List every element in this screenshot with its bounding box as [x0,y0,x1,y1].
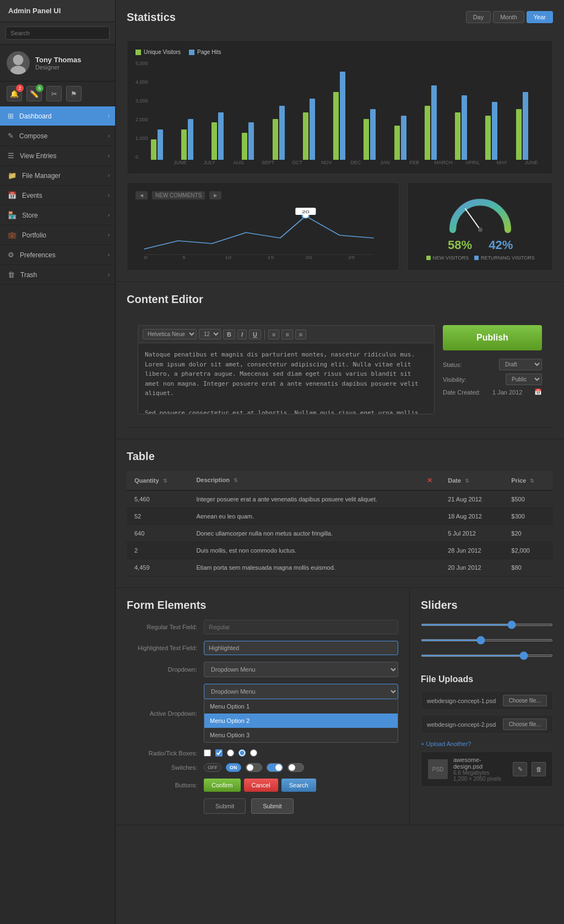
edit-icon-btn[interactable]: ✏️6 [26,86,42,101]
editor-toolbar: Helvetica Neue 12 B I U ≡ ≡ ≡ [138,325,435,343]
delete-icon[interactable]: ✕ [427,477,432,484]
cancel-button[interactable]: Cancel [244,779,278,792]
radio-3 [250,749,257,757]
switch-off[interactable]: OFF [204,763,221,772]
sidebar-item-dashboard[interactable]: ⊞ Dashboard › [0,106,115,126]
col-price[interactable]: Price ⇅ [503,471,553,490]
upload-another-btn[interactable]: + Upload Another? [421,736,553,752]
x-label: NOV [313,160,339,165]
sidebar-item-preferences[interactable]: ⚙ Preferences › [0,245,115,265]
radio-input-1[interactable] [227,749,234,757]
menu-option-3[interactable]: Menu Option 3 [204,728,398,742]
radio-input-3[interactable] [250,749,257,757]
gauge-legend: NEW VISITORS RETURNING VISITORS [426,255,535,261]
col-date[interactable]: Date ⇅ [440,471,503,490]
comments-prev-btn[interactable]: ◄ [135,191,148,199]
editor-title: Content Editor [127,293,553,306]
choose-file-btn-1[interactable]: Choose file... [503,695,547,706]
period-year-btn[interactable]: Year [527,11,553,23]
sidebar-item-file-manager[interactable]: 📁 File Manager › [0,166,115,186]
date-row: Date Created: 1 Jan 2012 📅 [443,388,542,396]
bar-group [151,129,179,160]
font-select[interactable]: Helvetica Neue [143,329,197,339]
sidebar-item-store[interactable]: 🏪 Store › [0,206,115,225]
file-thumbnail: PSD [428,759,448,779]
publish-button[interactable]: Publish [443,325,542,350]
x-label: MARCH [431,160,457,165]
nav-label-compose: Compose [19,132,47,140]
regular-text-input[interactable] [204,620,398,634]
submit-light-btn[interactable]: Submit [251,798,293,814]
active-dropdown-select[interactable]: Dropdown Menu [204,684,398,699]
toggle-2[interactable] [267,763,283,772]
period-day-btn[interactable]: Day [466,11,491,23]
col-description[interactable]: Description ⇅ ✕ [188,471,440,490]
returning-visitors-val: 42% [489,238,513,252]
bell-icon-btn[interactable]: 🔔2 [7,86,22,101]
align-right-btn[interactable]: ≡ [295,329,306,339]
submit-dark-btn[interactable]: Submit [204,798,246,814]
radio-input-2[interactable] [238,749,246,757]
highlighted-text-input[interactable] [204,641,398,655]
cell-desc: Etiam porta sem malesuada magna mollis e… [188,559,440,576]
bottom-section: Form Elements Regular Text Field: Highli… [116,588,564,825]
comments-label: NEW COMMENTS [152,191,205,199]
italic-btn[interactable]: I [237,329,247,339]
search-input[interactable] [6,26,110,40]
x-label: AUG [226,160,252,165]
flag-icon-btn[interactable]: ⚑ [66,86,82,101]
menu-option-2[interactable]: Menu Option 2 [204,714,398,728]
menu-option-1[interactable]: Menu Option 1 [204,699,398,714]
sort-qty-icon: ⇅ [163,478,167,484]
checkbox-input-1[interactable] [204,749,211,757]
comments-next-btn[interactable]: ► [209,191,221,199]
editor-left: Helvetica Neue 12 B I U ≡ ≡ ≡ Natoque pe… [138,325,435,416]
switches-control: OFF ON [204,763,398,772]
sidebar-item-events[interactable]: 📅 Events › [0,186,115,206]
sidebar-item-portfolio[interactable]: 💼 Portfolio › [0,225,115,245]
highlighted-label: Highlighted Text Field: [127,645,204,651]
bold-btn[interactable]: B [223,329,235,339]
col-quantity[interactable]: Quantity ⇅ [127,471,188,490]
toggle-3[interactable] [288,763,304,772]
slider-1[interactable] [421,624,553,626]
submit-row: Submit Submit [204,798,398,814]
edit-file-btn[interactable]: ✎ [513,762,527,776]
slider-3[interactable] [421,655,553,657]
sidebar-item-view-entries[interactable]: ☰ View Entries › [0,146,115,166]
underline-btn[interactable]: U [249,329,261,339]
bar-group [242,122,270,160]
sidebar-item-compose[interactable]: ✎ Compose › [0,126,115,146]
bar-green [364,119,369,160]
user-icons-bar: 🔔2 ✏️6 ✂ ⚑ [0,82,115,106]
toggle-1[interactable] [246,763,262,772]
choose-file-btn-2[interactable]: Choose file... [503,718,547,730]
editor-textarea[interactable]: Natoque penatibus et magnis dis parturie… [138,343,435,414]
bar-green [303,112,308,160]
dropdown-select[interactable]: Dropdown Menu [204,662,398,677]
status-select[interactable]: Draft Published [499,359,542,370]
size-select[interactable]: 12 [199,329,221,339]
tools-icon-btn[interactable]: ✂ [46,86,62,101]
align-left-btn[interactable]: ≡ [268,329,279,339]
search-button[interactable]: Search [281,779,316,792]
bar-blue [279,106,285,160]
align-center-btn[interactable]: ≡ [281,329,292,339]
table-row: 4,459 Etiam porta sem malesuada magna mo… [127,559,553,576]
sidebar-item-trash[interactable]: 🗑 Trash › [0,265,115,285]
period-month-btn[interactable]: Month [493,11,524,23]
confirm-button[interactable]: Confirm [204,779,241,792]
checkbox-2 [215,749,223,757]
gauge-green-dot [426,256,431,260]
x-labels: JUNEJULYAUGSEPTOCTNOVDECJANFEBMARCHAPRIL… [151,160,544,165]
switch-on[interactable]: ON [226,763,241,772]
delete-file-btn[interactable]: 🗑 [532,762,546,776]
checkbox-input-2[interactable] [215,749,223,757]
active-dropdown-row: Active Dropdown: Dropdown Menu Menu Opti… [127,684,398,743]
legend-blue-dot [189,50,194,55]
bar-blue [462,95,467,160]
slider-2[interactable] [421,639,553,641]
calendar-icon[interactable]: 📅 [534,388,542,396]
sidebar-title: Admin Panel UI [0,0,115,22]
visibility-select[interactable]: Public Private [506,374,542,385]
